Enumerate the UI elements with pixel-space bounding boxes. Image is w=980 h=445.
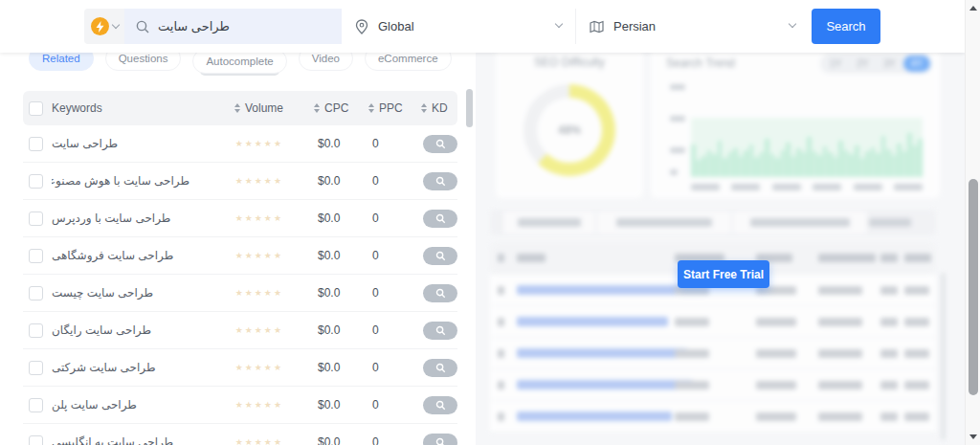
row-checkbox[interactable] xyxy=(29,249,43,263)
serp-row xyxy=(490,401,936,433)
keyword-text[interactable]: طراحی سایت چیست xyxy=(52,286,189,300)
scroll-up-icon[interactable] xyxy=(969,6,977,11)
row-checkbox[interactable] xyxy=(29,174,43,189)
table-row: طراحی سایت رایگان★★★★★$0.00 xyxy=(23,312,457,349)
serp-url-link-placeholder[interactable] xyxy=(517,380,693,389)
select-all-checkbox[interactable] xyxy=(29,101,43,116)
start-free-trial-button[interactable]: Start Free Trial xyxy=(678,260,769,288)
keyword-text[interactable]: طراحی سایت پلن xyxy=(52,398,189,412)
stat-tab-2[interactable] xyxy=(597,211,731,234)
seo-difficulty-value: 48% xyxy=(537,98,602,163)
serp-row xyxy=(490,306,936,338)
trend-bar xyxy=(823,146,828,177)
search-icon xyxy=(136,20,149,33)
search-input[interactable] xyxy=(158,19,330,33)
serp-url-link-placeholder[interactable] xyxy=(517,412,672,421)
trend-bar xyxy=(723,158,727,177)
stat-tab-1[interactable] xyxy=(503,211,595,234)
serp-value-placeholder xyxy=(675,349,709,358)
ppc-value: 0 xyxy=(354,361,404,374)
serp-url-link-placeholder[interactable] xyxy=(517,285,681,295)
serp-value-placeholder xyxy=(904,381,929,389)
row-search-button[interactable] xyxy=(423,434,457,445)
trend-bar xyxy=(712,154,717,177)
keyword-text[interactable]: طراحی سایت با هوش مصنوعی xyxy=(52,174,189,188)
trend-bar xyxy=(886,149,891,177)
row-checkbox[interactable] xyxy=(29,323,43,338)
column-header-volume[interactable]: Volume xyxy=(189,101,285,115)
row-checkbox[interactable] xyxy=(29,435,43,445)
row-search-button[interactable] xyxy=(423,247,457,265)
serp-rank-placeholder xyxy=(498,318,504,326)
keyword-text[interactable]: طراحی سایت به انگلیسی xyxy=(52,435,189,445)
trend-bar xyxy=(760,152,765,177)
trend-range-1y[interactable]: 1Y xyxy=(822,56,849,72)
trend-bar xyxy=(744,150,748,177)
volume-stars: ★★★★★ xyxy=(235,139,285,148)
trend-range-2y[interactable]: 2Y xyxy=(849,56,876,72)
row-search-button[interactable] xyxy=(423,172,457,190)
row-checkbox[interactable] xyxy=(29,361,43,375)
serp-rank-placeholder xyxy=(498,286,504,295)
trend-bar xyxy=(907,133,912,177)
serp-value-placeholder xyxy=(675,318,709,326)
row-search-button[interactable] xyxy=(423,359,457,377)
trend-bar xyxy=(775,158,780,177)
column-header-keywords[interactable]: Keywords xyxy=(52,101,189,115)
sort-icon xyxy=(368,103,374,113)
column-header-kd[interactable]: KD xyxy=(404,101,457,115)
volume-stars: ★★★★★ xyxy=(235,251,285,260)
serp-url-link-placeholder[interactable] xyxy=(517,317,668,326)
trend-range-3y[interactable]: 3Y xyxy=(877,56,903,72)
region-select[interactable]: Global xyxy=(342,9,575,44)
keyword-text[interactable]: طراحی سایت فروشگاهی xyxy=(52,249,189,262)
ppc-value: 0 xyxy=(354,137,404,150)
scrollbar-thumb[interactable] xyxy=(969,179,978,395)
row-checkbox[interactable] xyxy=(29,398,43,412)
serp-table-scrollbar-thumb[interactable] xyxy=(941,273,946,440)
search-button[interactable]: Search xyxy=(812,9,880,44)
engine-selector-dropdown[interactable] xyxy=(84,9,124,44)
serp-value-placeholder xyxy=(880,412,898,421)
table-row: طراحی سایت★★★★★$0.00 xyxy=(23,125,457,163)
map-icon xyxy=(590,20,604,33)
serp-header-placeholder xyxy=(904,254,931,262)
blurred-preview-content: SEO Difficulty 48% Search Trend 1Y2Y3Y4Y xyxy=(476,0,965,445)
keyword-text[interactable]: طراحی سایت شرکتی xyxy=(52,361,189,374)
export-icon-placeholder xyxy=(869,218,911,227)
volume-stars: ★★★★★ xyxy=(235,176,285,186)
trend-bar xyxy=(718,141,723,177)
trend-bar xyxy=(691,145,696,177)
row-search-button[interactable] xyxy=(423,322,457,340)
row-search-button[interactable] xyxy=(423,210,457,228)
ppc-value: 0 xyxy=(354,435,404,445)
stat-tab-3[interactable] xyxy=(733,211,867,234)
keyword-text[interactable]: طراحی سایت رایگان xyxy=(52,323,189,337)
keywords-table-scrollbar-thumb[interactable] xyxy=(466,89,473,127)
keyword-text[interactable]: طراحی سایت xyxy=(52,137,189,150)
trend-range-4y[interactable]: 4Y xyxy=(903,56,930,72)
column-header-ppc[interactable]: PPC xyxy=(354,101,404,115)
row-search-button[interactable] xyxy=(423,396,457,414)
browser-scrollbar[interactable] xyxy=(965,0,980,445)
language-select[interactable]: Persian xyxy=(575,9,809,44)
row-search-button[interactable] xyxy=(423,284,457,302)
row-checkbox[interactable] xyxy=(29,211,43,226)
keyword-text[interactable]: طراحی سایت با وردپرس xyxy=(52,211,189,225)
analytics-panel: SEO Difficulty 48% Search Trend 1Y2Y3Y4Y xyxy=(476,0,965,445)
scroll-down-icon[interactable] xyxy=(969,434,977,439)
search-trend-chart xyxy=(670,84,923,190)
trend-bar xyxy=(707,150,712,177)
trend-bar xyxy=(828,152,833,177)
trend-bar xyxy=(739,156,744,177)
region-select-label: Global xyxy=(378,19,414,33)
row-checkbox[interactable] xyxy=(29,137,43,151)
cpc-value: $0.0 xyxy=(285,435,354,445)
row-checkbox[interactable] xyxy=(29,286,43,300)
serp-value-placeholder xyxy=(756,381,796,389)
column-header-cpc[interactable]: CPC xyxy=(285,101,354,115)
volume-stars: ★★★★★ xyxy=(235,213,285,223)
row-search-button[interactable] xyxy=(423,135,457,153)
serp-url-link-placeholder[interactable] xyxy=(517,348,687,358)
serp-header-placeholder xyxy=(818,254,876,262)
